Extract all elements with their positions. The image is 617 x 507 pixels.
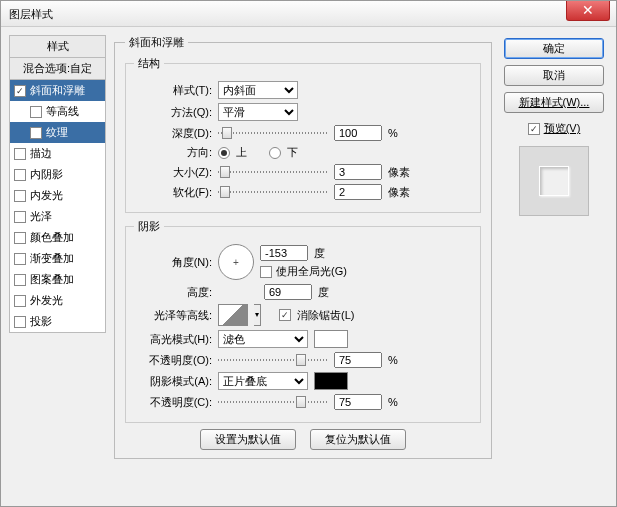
style-label: 样式(T): [134, 83, 212, 98]
deg-unit2: 度 [318, 285, 329, 300]
dialog-content: 样式 混合选项:自定 斜面和浮雕等高线纹理描边内阴影内发光光泽颜色叠加渐变叠加图… [1, 27, 616, 506]
style-item-checkbox[interactable] [14, 253, 26, 265]
style-select[interactable]: 内斜面 [218, 81, 298, 99]
gloss-contour-label: 光泽等高线: [134, 308, 212, 323]
styles-header[interactable]: 样式 [9, 35, 106, 58]
style-item-5[interactable]: 内发光 [10, 185, 105, 206]
shadow-color-swatch[interactable] [314, 372, 348, 390]
soften-input[interactable] [334, 184, 382, 200]
px-unit2: 像素 [388, 185, 414, 200]
highlight-opacity-slider[interactable] [218, 353, 328, 367]
depth-slider[interactable] [218, 126, 328, 140]
style-item-checkbox[interactable] [14, 295, 26, 307]
altitude-input[interactable] [264, 284, 312, 300]
shadow-opacity-slider[interactable] [218, 395, 328, 409]
size-input[interactable] [334, 164, 382, 180]
gloss-contour-swatch[interactable] [218, 304, 248, 326]
new-style-button[interactable]: 新建样式(W)... [504, 92, 604, 113]
style-item-label: 等高线 [46, 104, 79, 119]
style-item-2[interactable]: 纹理 [10, 122, 105, 143]
preview-checkbox[interactable] [528, 123, 540, 135]
global-light-label: 使用全局光(G) [276, 264, 347, 279]
style-item-label: 光泽 [30, 209, 52, 224]
left-column: 样式 混合选项:自定 斜面和浮雕等高线纹理描边内阴影内发光光泽颜色叠加渐变叠加图… [9, 35, 106, 498]
preview-swatch [539, 166, 569, 196]
style-item-4[interactable]: 内阴影 [10, 164, 105, 185]
style-item-10[interactable]: 外发光 [10, 290, 105, 311]
shading-title: 阴影 [134, 219, 164, 234]
direction-down-radio[interactable] [269, 147, 281, 159]
style-item-label: 描边 [30, 146, 52, 161]
percent-unit: % [388, 127, 414, 139]
style-item-8[interactable]: 渐变叠加 [10, 248, 105, 269]
highlight-color-swatch[interactable] [314, 330, 348, 348]
shading-group: 阴影 角度(N): 度 使用全局光(G) [125, 219, 481, 423]
structure-group: 结构 样式(T): 内斜面 方法(Q): 平滑 深度(D): % 方向: [125, 56, 481, 213]
direction-label: 方向: [134, 145, 212, 160]
technique-label: 方法(Q): [134, 105, 212, 120]
angle-control[interactable] [218, 244, 254, 280]
soften-label: 软化(F): [134, 185, 212, 200]
preview-label: 预览(V) [544, 121, 581, 136]
size-label: 大小(Z): [134, 165, 212, 180]
highlight-mode-label: 高光模式(H): [134, 332, 212, 347]
style-item-checkbox[interactable] [14, 316, 26, 328]
style-item-checkbox[interactable] [30, 127, 42, 139]
style-item-label: 内阴影 [30, 167, 63, 182]
highlight-opacity-input[interactable] [334, 352, 382, 368]
style-item-label: 投影 [30, 314, 52, 329]
direction-down-label: 下 [287, 145, 298, 160]
middle-column: 斜面和浮雕 结构 样式(T): 内斜面 方法(Q): 平滑 深度(D): % [114, 35, 492, 498]
style-item-checkbox[interactable] [14, 274, 26, 286]
size-slider[interactable] [218, 165, 328, 179]
direction-up-radio[interactable] [218, 147, 230, 159]
style-item-checkbox[interactable] [14, 232, 26, 244]
highlight-mode-select[interactable]: 滤色 [218, 330, 308, 348]
reset-default-button[interactable]: 复位为默认值 [310, 429, 406, 450]
style-item-label: 斜面和浮雕 [30, 83, 85, 98]
style-item-11[interactable]: 投影 [10, 311, 105, 332]
angle-input[interactable] [260, 245, 308, 261]
style-item-label: 渐变叠加 [30, 251, 74, 266]
blend-options-header[interactable]: 混合选项:自定 [9, 58, 106, 80]
soften-slider[interactable] [218, 185, 328, 199]
direction-up-label: 上 [236, 145, 247, 160]
technique-select[interactable]: 平滑 [218, 103, 298, 121]
style-item-1[interactable]: 等高线 [10, 101, 105, 122]
style-item-checkbox[interactable] [30, 106, 42, 118]
style-item-checkbox[interactable] [14, 148, 26, 160]
px-unit: 像素 [388, 165, 414, 180]
cancel-button[interactable]: 取消 [504, 65, 604, 86]
angle-label: 角度(N): [134, 255, 212, 270]
style-item-0[interactable]: 斜面和浮雕 [10, 80, 105, 101]
anti-alias-label: 消除锯齿(L) [297, 308, 354, 323]
style-item-label: 纹理 [46, 125, 68, 140]
style-item-label: 颜色叠加 [30, 230, 74, 245]
global-light-checkbox[interactable] [260, 266, 272, 278]
style-item-3[interactable]: 描边 [10, 143, 105, 164]
style-item-checkbox[interactable] [14, 85, 26, 97]
shadow-opacity-label: 不透明度(C): [134, 395, 212, 410]
shadow-opacity-input[interactable] [334, 394, 382, 410]
style-item-checkbox[interactable] [14, 211, 26, 223]
bevel-group: 斜面和浮雕 结构 样式(T): 内斜面 方法(Q): 平滑 深度(D): % [114, 35, 492, 459]
style-list: 斜面和浮雕等高线纹理描边内阴影内发光光泽颜色叠加渐变叠加图案叠加外发光投影 [9, 80, 106, 333]
right-column: 确定 取消 新建样式(W)... 预览(V) [500, 35, 608, 498]
close-button[interactable]: ✕ [566, 1, 610, 21]
style-item-label: 图案叠加 [30, 272, 74, 287]
shadow-mode-label: 阴影模式(A): [134, 374, 212, 389]
set-default-button[interactable]: 设置为默认值 [200, 429, 296, 450]
style-item-7[interactable]: 颜色叠加 [10, 227, 105, 248]
anti-alias-checkbox[interactable] [279, 309, 291, 321]
ok-button[interactable]: 确定 [504, 38, 604, 59]
structure-title: 结构 [134, 56, 164, 71]
gloss-contour-dropdown[interactable]: ▾ [254, 304, 261, 326]
style-item-label: 内发光 [30, 188, 63, 203]
style-item-checkbox[interactable] [14, 169, 26, 181]
style-item-checkbox[interactable] [14, 190, 26, 202]
style-item-9[interactable]: 图案叠加 [10, 269, 105, 290]
preview-box [519, 146, 589, 216]
depth-input[interactable] [334, 125, 382, 141]
shadow-mode-select[interactable]: 正片叠底 [218, 372, 308, 390]
style-item-6[interactable]: 光泽 [10, 206, 105, 227]
